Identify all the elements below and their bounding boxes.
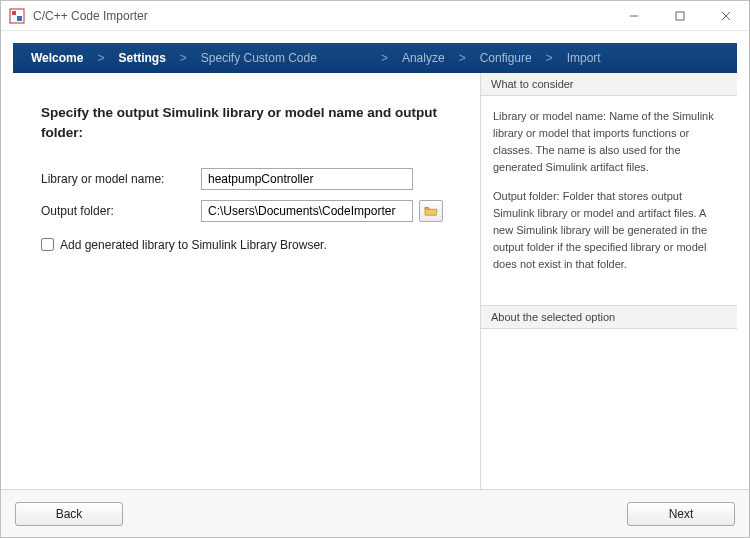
- nav-step-welcome[interactable]: Welcome: [21, 51, 93, 65]
- window-title: C/C++ Code Importer: [33, 9, 148, 23]
- chevron-right-icon: >: [93, 51, 108, 65]
- minimize-button[interactable]: [611, 1, 657, 31]
- page-heading: Specify the output Simulink library or m…: [41, 103, 458, 144]
- main-pane: Specify the output Simulink library or m…: [13, 73, 480, 489]
- info-text: Output folder: Folder that stores output…: [493, 188, 725, 273]
- close-button[interactable]: [703, 1, 749, 31]
- app-icon: [9, 8, 25, 24]
- back-button[interactable]: Back: [15, 502, 123, 526]
- svg-rect-2: [17, 16, 22, 21]
- chevron-right-icon: >: [377, 51, 392, 65]
- svg-rect-1: [12, 11, 16, 15]
- nav-step-specify: Specify Custom Code: [191, 51, 327, 65]
- wizard-navbar: Welcome > Settings > Specify Custom Code…: [13, 43, 737, 73]
- next-button[interactable]: Next: [627, 502, 735, 526]
- label-add-to-browser: Add generated library to Simulink Librar…: [60, 238, 327, 252]
- nav-step-import: Import: [557, 51, 611, 65]
- info-pane: What to consider Library or model name: …: [480, 73, 737, 489]
- nav-step-configure: Configure: [470, 51, 542, 65]
- browse-folder-button[interactable]: [419, 200, 443, 222]
- titlebar: C/C++ Code Importer: [1, 1, 749, 31]
- nav-step-analyze: Analyze: [392, 51, 455, 65]
- nav-step-settings[interactable]: Settings: [108, 51, 175, 65]
- row-output-folder: Output folder:: [41, 200, 458, 222]
- info-body-what: Library or model name: Name of the Simul…: [481, 96, 737, 305]
- maximize-button[interactable]: [657, 1, 703, 31]
- row-library-name: Library or model name:: [41, 168, 458, 190]
- info-text: Library or model name: Name of the Simul…: [493, 108, 725, 176]
- footer: Back Next: [1, 489, 749, 537]
- label-output-folder: Output folder:: [41, 204, 201, 218]
- checkbox-add-to-browser[interactable]: [41, 238, 54, 251]
- info-header-about: About the selected option: [481, 305, 737, 329]
- input-library-name[interactable]: [201, 168, 413, 190]
- svg-rect-4: [676, 12, 684, 20]
- input-output-folder[interactable]: [201, 200, 413, 222]
- chevron-right-icon: >: [542, 51, 557, 65]
- chevron-right-icon: >: [455, 51, 470, 65]
- label-library-name: Library or model name:: [41, 172, 201, 186]
- folder-icon: [424, 205, 438, 217]
- row-add-to-browser: Add generated library to Simulink Librar…: [41, 238, 458, 252]
- chevron-right-icon: >: [176, 51, 191, 65]
- info-header-what: What to consider: [481, 73, 737, 96]
